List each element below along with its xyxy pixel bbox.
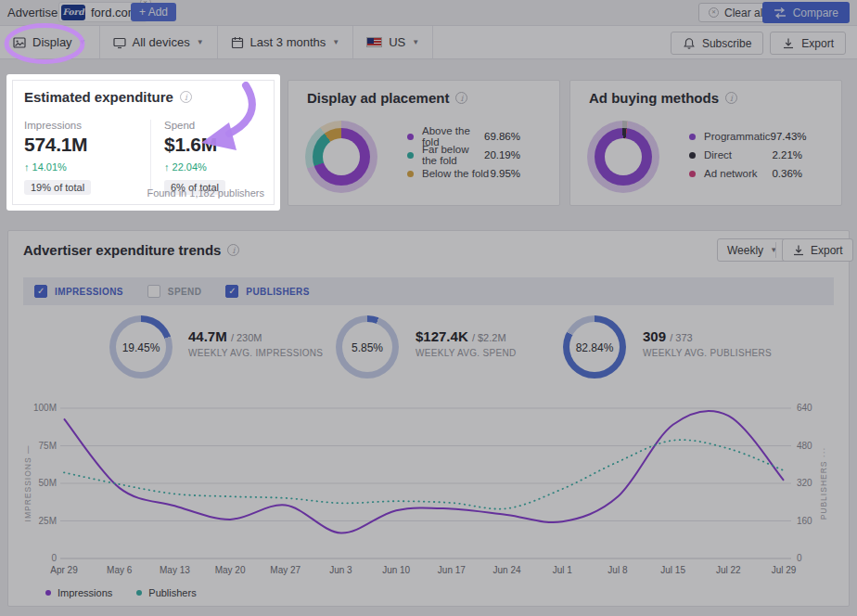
legend-item[interactable]: Above the fold 69.86% — [407, 127, 520, 146]
legend-value: 97.43% — [771, 131, 807, 142]
card-title: Ad buying methods i — [589, 90, 737, 106]
semrush-advertising-dashboard: Advertiser: Ford ford.com ✕ + Add ✕ Clea… — [0, 0, 857, 616]
devices-filter-dropdown[interactable]: All devices ▼ — [100, 26, 218, 58]
legend-dot — [689, 134, 696, 140]
legend-item[interactable]: Ad network 0.36% — [689, 164, 802, 183]
daterange-filter-label: Last 3 months — [250, 35, 326, 49]
spend-toggle[interactable]: SPEND — [147, 285, 201, 298]
clear-all-label: Clear all — [724, 6, 765, 19]
svg-text:640: 640 — [797, 403, 812, 413]
spend-change: ↑ 22.04% — [164, 161, 225, 173]
placement-legend: Above the fold 69.86% Far below the fold… — [407, 127, 520, 183]
legend-item[interactable]: Below the fold 9.95% — [407, 164, 520, 183]
chevron-down-icon: ▼ — [412, 38, 419, 46]
legend-label: Direct — [704, 149, 772, 160]
trends-export-button[interactable]: Export — [782, 238, 853, 262]
svg-text:May 13: May 13 — [160, 565, 190, 575]
legend-label: Programmatic — [704, 131, 771, 142]
legend-dot — [407, 134, 414, 140]
estimated-expenditure-highlight: Estimated expenditure i Impressions 574.… — [6, 74, 280, 211]
toggle-label: IMPRESSIONS — [55, 287, 123, 297]
export-button[interactable]: Export — [770, 32, 846, 55]
export-label: Export — [801, 37, 834, 50]
compare-icon — [774, 6, 787, 19]
svg-text:Jul 22: Jul 22 — [716, 565, 741, 575]
gauge-caption: WEEKLY AVG. IMPRESSIONS — [188, 348, 323, 358]
legend-dot — [45, 590, 51, 596]
devices-filter-label: All devices — [133, 35, 190, 49]
svg-text:75M: 75M — [39, 441, 57, 451]
monitor-icon — [113, 36, 126, 49]
chevron-down-icon: ▼ — [332, 38, 339, 46]
info-icon[interactable]: i — [455, 92, 467, 104]
svg-text:160: 160 — [797, 516, 812, 526]
add-advertiser-button[interactable]: + Add — [131, 3, 176, 21]
gauge-percent: 19.45% — [109, 341, 173, 354]
legend-item[interactable]: Programmatic 97.43% — [689, 127, 802, 146]
legend-label: Below the fold — [422, 168, 490, 179]
display-ad-placement-title: Display ad placement — [307, 90, 449, 106]
svg-text:Jul 15: Jul 15 — [660, 565, 685, 575]
image-icon — [13, 36, 26, 49]
interval-dropdown[interactable]: Weekly ▼ — [717, 238, 787, 262]
legend-item[interactable]: Direct 2.21% — [689, 146, 802, 164]
display-ad-placement-card: Display ad placement i Above the fold 69… — [288, 80, 560, 206]
subscribe-button[interactable]: Subscribe — [671, 32, 763, 55]
bell-icon — [683, 37, 696, 50]
legend-item-impressions[interactable]: Impressions — [45, 587, 112, 598]
svg-text:Apr 29: Apr 29 — [50, 565, 78, 575]
svg-text:Jun 17: Jun 17 — [438, 565, 466, 575]
svg-text:Jun 10: Jun 10 — [382, 565, 410, 575]
country-filter-dropdown[interactable]: US ▼ — [353, 26, 433, 58]
legend-item[interactable]: Far below the fold 20.19% — [407, 146, 520, 164]
us-flag-icon — [366, 37, 382, 47]
svg-text:Jul 1: Jul 1 — [553, 565, 573, 575]
ad-buying-methods-title: Ad buying methods — [589, 90, 719, 106]
advertiser-label: Advertiser: — [7, 6, 65, 19]
export-label: Export — [811, 244, 843, 257]
subscribe-label: Subscribe — [702, 37, 751, 50]
download-icon — [782, 37, 795, 50]
svg-text:100M: 100M — [33, 403, 57, 413]
info-icon[interactable]: i — [725, 92, 737, 104]
placement-donut-chart — [313, 128, 370, 186]
legend-label: Publishers — [148, 587, 196, 598]
publishers-toggle[interactable]: PUBLISHERS — [225, 285, 309, 298]
svg-text:May 6: May 6 — [107, 565, 133, 575]
display-filter-dropdown[interactable]: Display ▼ — [0, 26, 100, 58]
impressions-toggle[interactable]: IMPRESSIONS — [34, 285, 123, 298]
impressions-value: 574.1M — [24, 134, 150, 156]
metric-toggles: IMPRESSIONS SPEND PUBLISHERS — [23, 277, 834, 305]
impressions-share-badge: 19% of total — [24, 180, 91, 195]
legend-label: Impressions — [58, 587, 112, 598]
legend-value: 0.36% — [772, 168, 802, 179]
legend-dot — [407, 152, 414, 159]
buying-donut-chart — [595, 128, 652, 186]
estimated-expenditure-card: Estimated expenditure i Impressions 574.… — [12, 80, 275, 205]
info-icon[interactable]: i — [180, 91, 192, 103]
info-icon[interactable]: i — [227, 244, 239, 256]
svg-text:Jul 29: Jul 29 — [772, 565, 797, 575]
gauge-percent: 5.85% — [336, 341, 399, 354]
compare-button[interactable]: Compare — [762, 2, 850, 23]
daterange-filter-dropdown[interactable]: Last 3 months ▼ — [218, 26, 354, 58]
legend-value: 69.86% — [484, 131, 520, 142]
legend-value: 9.95% — [490, 168, 520, 179]
legend-item-publishers[interactable]: Publishers — [136, 587, 196, 598]
checkbox-icon — [34, 285, 47, 298]
publishers-footnote: Found in 1,182 publishers — [147, 187, 264, 199]
spend-value: $1.6M — [164, 134, 225, 156]
svg-text:Jun 3: Jun 3 — [329, 565, 352, 575]
trends-line-chart: 0025M16050M32075M480100M640Apr 29May 6Ma… — [23, 396, 836, 582]
chevron-down-icon: ▼ — [79, 38, 86, 46]
checkbox-icon — [147, 285, 160, 298]
display-filter-label: Display — [32, 35, 72, 49]
impressions-stat: Impressions 574.1M ↑ 14.01% 19% of total — [24, 120, 150, 195]
advertiser-bar: Advertiser: Ford ford.com ✕ + Add ✕ Clea… — [0, 0, 857, 25]
filter-toolbar: Display ▼ All devices ▼ Last 3 months ▼ … — [0, 25, 857, 59]
clear-icon: ✕ — [709, 7, 719, 18]
svg-text:Jul 8: Jul 8 — [608, 565, 628, 575]
chart-legend: Impressions Publishers — [45, 587, 197, 598]
calendar-icon — [231, 36, 244, 49]
card-title: Estimated expenditure i — [24, 89, 192, 105]
